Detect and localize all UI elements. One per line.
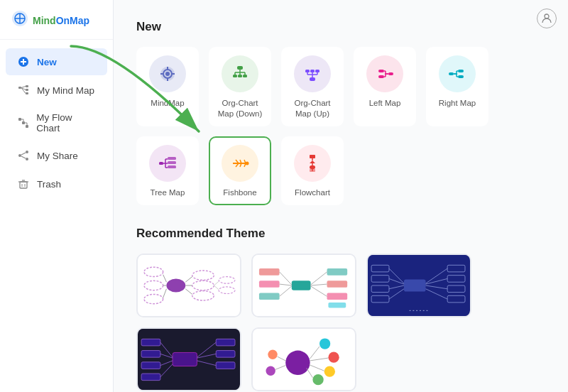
svg-point-23 — [18, 154, 21, 157]
svg-rect-8 — [26, 85, 28, 87]
svg-point-168 — [324, 366, 335, 376]
svg-point-37 — [165, 72, 170, 76]
svg-rect-44 — [233, 75, 237, 77]
flow-chart-icon — [17, 116, 29, 129]
mind-map-icon — [17, 84, 30, 97]
svg-point-175 — [266, 366, 275, 375]
svg-rect-131 — [371, 265, 389, 272]
svg-rect-9 — [26, 89, 28, 91]
theme-grid — [136, 254, 545, 391]
sidebar-label-my-mind-map: My Mind Map — [37, 85, 94, 96]
svg-rect-80 — [168, 165, 176, 168]
sidebar-nav: New My Mind Map My Flow Chart My Share — [0, 40, 113, 392]
svg-marker-91 — [310, 160, 315, 163]
svg-rect-149 — [173, 352, 197, 366]
sidebar: MindOnMap New My Mind Map My Flow Cha — [0, 0, 114, 392]
svg-point-178 — [545, 14, 549, 18]
svg-rect-141 — [447, 285, 465, 293]
svg-rect-38 — [237, 66, 243, 70]
svg-rect-118 — [259, 293, 280, 300]
org-chart-up-label: Org-Chart Map (Up) — [288, 98, 337, 119]
svg-point-167 — [328, 352, 339, 362]
svg-rect-95 — [310, 169, 315, 172]
svg-rect-122 — [327, 268, 347, 276]
svg-rect-58 — [378, 70, 384, 72]
map-card-flowchart[interactable]: Flowchart — [281, 136, 344, 205]
svg-rect-140 — [447, 275, 465, 282]
svg-point-165 — [285, 350, 310, 374]
svg-rect-46 — [243, 75, 247, 77]
fishbone-label: Fishbone — [223, 187, 256, 198]
theme-card-4[interactable] — [136, 327, 241, 391]
svg-rect-48 — [310, 70, 315, 72]
svg-point-169 — [312, 374, 323, 385]
left-map-icon-circle — [366, 55, 403, 92]
svg-rect-56 — [388, 72, 393, 75]
sidebar-item-my-flow-chart[interactable]: My Flow Chart — [6, 105, 107, 141]
svg-rect-124 — [327, 293, 347, 300]
new-grid: MindMap Org-Chart Map (Down) Org-Chart M… — [136, 47, 545, 205]
map-card-right-map[interactable]: Right Map — [426, 47, 488, 126]
svg-line-11 — [21, 87, 26, 88]
left-map-label: Left Map — [369, 98, 401, 109]
trash-icon — [17, 178, 30, 190]
svg-rect-116 — [259, 268, 280, 276]
svg-rect-128 — [328, 303, 346, 308]
svg-rect-151 — [141, 350, 160, 357]
svg-rect-153 — [141, 374, 160, 381]
sidebar-label-trash: Trash — [37, 179, 61, 190]
org-chart-down-icon-circle — [222, 55, 258, 92]
map-card-mindmap[interactable]: MindMap — [136, 47, 199, 126]
user-icon-button[interactable] — [537, 9, 557, 28]
svg-point-21 — [26, 151, 28, 153]
svg-rect-55 — [310, 77, 315, 81]
svg-rect-139 — [447, 265, 465, 272]
svg-rect-133 — [371, 285, 389, 293]
logo-icon — [11, 10, 28, 31]
sidebar-label-my-share: My Share — [37, 151, 78, 161]
svg-rect-7 — [18, 87, 21, 89]
map-card-left-map[interactable]: Left Map — [354, 47, 416, 126]
sidebar-item-my-mind-map[interactable]: My Mind Map — [6, 77, 107, 104]
right-map-label: Right Map — [439, 98, 476, 109]
svg-rect-159 — [216, 350, 235, 357]
mindmap-label: MindMap — [151, 98, 184, 109]
svg-rect-158 — [216, 339, 235, 346]
svg-rect-45 — [238, 75, 242, 77]
svg-rect-134 — [371, 295, 389, 303]
svg-rect-142 — [447, 295, 465, 303]
map-card-org-chart-up[interactable]: Org-Chart Map (Up) — [281, 47, 344, 126]
main-content: New MindMap Org-Chart Map (Down) Org-C — [114, 0, 568, 392]
svg-rect-14 — [18, 118, 21, 121]
sidebar-item-my-share[interactable]: My Share — [6, 142, 107, 169]
svg-rect-49 — [315, 70, 320, 72]
svg-rect-160 — [216, 362, 235, 369]
theme-card-1[interactable] — [136, 254, 241, 317]
user-icon — [541, 13, 552, 24]
svg-rect-93 — [310, 165, 315, 169]
org-chart-up-icon-circle — [294, 55, 331, 92]
svg-line-25 — [21, 156, 26, 158]
map-card-org-chart-down[interactable]: Org-Chart Map (Down) — [209, 47, 271, 126]
svg-point-88 — [246, 161, 249, 165]
theme-card-3[interactable] — [366, 254, 471, 317]
svg-point-22 — [26, 158, 28, 160]
org-chart-down-label: Org-Chart Map (Down) — [216, 98, 264, 119]
svg-rect-79 — [168, 161, 176, 164]
sidebar-item-new[interactable]: New — [6, 48, 107, 75]
sidebar-item-trash[interactable]: Trash — [6, 170, 107, 197]
svg-line-24 — [21, 153, 26, 155]
svg-rect-130 — [404, 279, 426, 291]
new-section-title: New — [136, 20, 545, 34]
theme-card-2[interactable] — [251, 254, 356, 317]
map-card-tree-map[interactable]: Tree Map — [136, 136, 199, 205]
svg-rect-59 — [378, 75, 384, 78]
svg-point-166 — [320, 338, 330, 349]
svg-rect-117 — [259, 281, 280, 288]
flowchart-icon-circle — [294, 145, 331, 182]
recommended-section-title: Recommended Theme — [136, 227, 545, 241]
svg-rect-132 — [371, 275, 389, 282]
svg-rect-26 — [20, 182, 27, 188]
map-card-fishbone[interactable]: Fishbone — [209, 136, 271, 205]
theme-card-5[interactable] — [251, 327, 356, 391]
